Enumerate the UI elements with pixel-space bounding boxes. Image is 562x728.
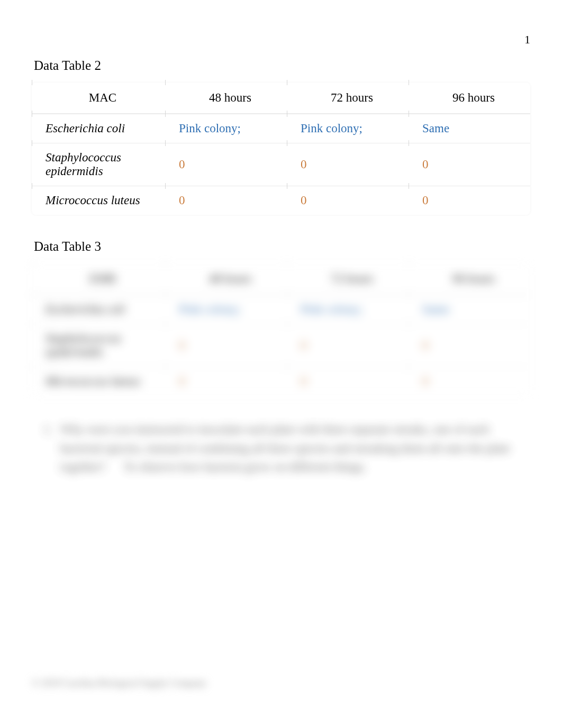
row-cell: 0 — [287, 324, 409, 367]
row-cell: Same — [409, 114, 530, 143]
table3-section: Data Table 3 EMB 48 hours 72 hours 96 ho… — [32, 239, 530, 477]
table3-title: Data Table 3 — [34, 239, 530, 254]
row-species-name: Escherichia coli — [32, 114, 165, 143]
page-content: Data Table 2 MAC 48 hours 72 hours 96 ho… — [0, 0, 562, 477]
row-species-name: Staphylococcus epidermidis — [32, 324, 165, 367]
table3-header-row: EMB 48 hours 72 hours 96 hours — [32, 263, 530, 295]
row-species-name: Staphylococcus epidermidis — [32, 143, 165, 186]
row-cell: 0 — [409, 367, 530, 396]
table3-header-0: EMB — [32, 263, 165, 295]
table3-header-1: 48 hours — [165, 263, 287, 295]
row-species-name: Escherichia coli — [32, 295, 165, 324]
table2-header-0: MAC — [32, 83, 165, 114]
row-cell: 0 — [409, 143, 530, 186]
table3-header-2: 72 hours — [287, 263, 409, 295]
table3-header-3: 96 hours — [409, 263, 530, 295]
row-cell: Pink colony; — [165, 114, 287, 143]
table-row: Escherichia coli Pink colony; Pink colon… — [32, 295, 530, 324]
row-cell: 0 — [409, 324, 530, 367]
row-cell: 0 — [287, 186, 409, 215]
row-cell: Pink colony; — [165, 295, 287, 324]
row-cell: Pink colony; — [287, 114, 409, 143]
table2-header-row: MAC 48 hours 72 hours 96 hours — [32, 83, 530, 114]
table-row: Escherichia coli Pink colony; Pink colon… — [32, 114, 530, 143]
table2: MAC 48 hours 72 hours 96 hours Escherich… — [32, 83, 530, 215]
row-cell: 0 — [409, 186, 530, 215]
page-number: 1 — [524, 33, 530, 47]
table-row: Micrococcus luteus 0 0 0 — [32, 367, 530, 396]
question-body: Why were you instructed to inoculate eac… — [60, 420, 521, 477]
table-row: Staphylococcus epidermidis 0 0 0 — [32, 143, 530, 186]
table3: EMB 48 hours 72 hours 96 hours Escherich… — [32, 263, 530, 396]
table-row: Micrococcus luteus 0 0 0 — [32, 186, 530, 215]
table2-header-3: 96 hours — [409, 83, 530, 114]
table2-header-1: 48 hours — [165, 83, 287, 114]
question-answer: To observe how bacteria grow on differen… — [123, 460, 366, 474]
row-cell: 0 — [165, 367, 287, 396]
row-cell: 0 — [287, 367, 409, 396]
footer-copyright: © 2019 Carolina Biological Supply Compan… — [32, 678, 206, 689]
table-row: Staphylococcus epidermidis 0 0 0 — [32, 324, 530, 367]
table3-wrapper: EMB 48 hours 72 hours 96 hours Escherich… — [32, 263, 530, 396]
row-cell: 0 — [165, 143, 287, 186]
row-cell: Pink colony; — [287, 295, 409, 324]
question-text: Why were you instructed to inoculate eac… — [60, 423, 510, 474]
table2-wrapper: MAC 48 hours 72 hours 96 hours Escherich… — [32, 83, 530, 215]
row-species-name: Micrococcus luteus — [32, 367, 165, 396]
question-number: 1. — [43, 420, 57, 439]
row-cell: 0 — [287, 143, 409, 186]
row-cell: Same — [409, 295, 530, 324]
row-species-name: Micrococcus luteus — [32, 186, 165, 215]
table2-header-2: 72 hours — [287, 83, 409, 114]
row-cell: 0 — [165, 186, 287, 215]
question-1: 1. Why were you instructed to inoculate … — [43, 420, 528, 477]
row-cell: 0 — [165, 324, 287, 367]
table2-title: Data Table 2 — [34, 58, 530, 73]
